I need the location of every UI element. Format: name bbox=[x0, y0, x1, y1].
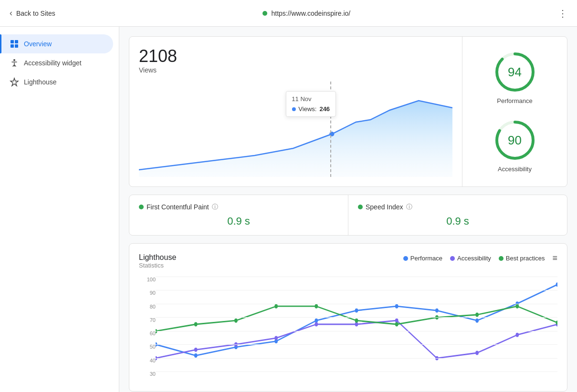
overview-icon bbox=[10, 39, 19, 49]
svg-point-17 bbox=[395, 304, 399, 309]
svg-point-33 bbox=[156, 329, 157, 333]
fcp-info-icon[interactable]: ⓘ bbox=[212, 203, 218, 211]
y-label-30: 30 bbox=[139, 371, 156, 377]
legend-performance-label: Performace bbox=[410, 255, 442, 262]
legend-best-practices-label: Best practices bbox=[506, 255, 545, 262]
svg-point-11 bbox=[156, 342, 157, 347]
sidebar-accessibility-label: Accessibility widget bbox=[24, 59, 82, 67]
sidebar-item-lighthouse[interactable]: Lighthouse bbox=[0, 72, 113, 92]
tooltip-value: 246 bbox=[319, 105, 330, 113]
legend-performance: Performace bbox=[403, 255, 442, 262]
back-label: Back to Sites bbox=[16, 10, 55, 17]
speed-index-dot bbox=[358, 205, 363, 209]
fcp-card: First Contentful Paint ⓘ 0.9 s bbox=[129, 195, 348, 235]
svg-point-36 bbox=[274, 304, 278, 309]
site-url: https://www.codeinspire.io/ bbox=[271, 10, 350, 17]
svg-rect-3 bbox=[15, 44, 18, 48]
legend-accessibility: Accessibility bbox=[450, 255, 491, 262]
svg-point-15 bbox=[315, 319, 318, 323]
accessibility-score: 90 bbox=[508, 133, 522, 147]
back-button[interactable]: ‹ Back to Sites bbox=[10, 8, 55, 18]
svg-point-35 bbox=[234, 319, 238, 323]
svg-point-24 bbox=[234, 342, 238, 347]
svg-point-23 bbox=[194, 348, 198, 352]
svg-point-4 bbox=[13, 59, 15, 61]
svg-point-30 bbox=[475, 351, 479, 355]
lighthouse-header-right: Performace Accessibility Best practices … bbox=[403, 253, 557, 263]
svg-point-28 bbox=[395, 319, 399, 323]
more-menu-button[interactable]: ⋮ bbox=[558, 8, 567, 19]
chart-menu-button[interactable]: ≡ bbox=[552, 253, 557, 263]
chart-inner bbox=[156, 277, 557, 382]
svg-point-19 bbox=[475, 319, 479, 323]
speed-index-value: 0.9 s bbox=[358, 215, 557, 227]
chart-legend: Performace Accessibility Best practices bbox=[403, 255, 545, 262]
active-indicator bbox=[0, 34, 1, 53]
svg-rect-2 bbox=[10, 44, 14, 48]
svg-point-16 bbox=[355, 309, 358, 313]
svg-point-29 bbox=[435, 356, 439, 361]
sidebar-overview-label: Overview bbox=[24, 40, 52, 48]
tooltip-metric: Views: bbox=[298, 105, 316, 113]
accessibility-label: Accessibility bbox=[498, 165, 532, 173]
legend-performance-dot bbox=[403, 256, 408, 261]
lighthouse-card-header: Lighthouse Statistics Performace Accessi… bbox=[139, 253, 557, 269]
views-count: 2108 bbox=[139, 46, 452, 66]
layout: Overview Accessibility widget Lighthouse bbox=[0, 27, 577, 392]
legend-accessibility-label: Accessibility bbox=[457, 255, 491, 262]
sidebar-item-overview[interactable]: Overview bbox=[0, 34, 113, 53]
y-label-70: 70 bbox=[139, 317, 156, 323]
svg-point-26 bbox=[315, 322, 318, 327]
svg-point-12 bbox=[194, 353, 198, 358]
tooltip-dot bbox=[292, 107, 295, 111]
lighthouse-card-subtitle: Statistics bbox=[139, 262, 176, 269]
tooltip-date: 11 Nov bbox=[292, 95, 330, 103]
svg-rect-0 bbox=[10, 40, 14, 43]
lighthouse-card: Lighthouse Statistics Performace Accessi… bbox=[129, 243, 567, 392]
legend-best-practices: Best practices bbox=[499, 255, 545, 262]
views-label: Views bbox=[139, 66, 452, 74]
y-label-40: 40 bbox=[139, 358, 156, 363]
lighthouse-title-block: Lighthouse Statistics bbox=[139, 253, 176, 269]
svg-point-18 bbox=[435, 309, 439, 313]
views-chart-section: 2108 Views 11 Nov Views: 246 bbox=[129, 37, 462, 186]
svg-point-42 bbox=[515, 304, 519, 309]
lighthouse-icon bbox=[10, 77, 19, 87]
fcp-label: First Contentful Paint bbox=[147, 203, 209, 211]
score-metrics: 94 Performance 90 Accessibility bbox=[462, 37, 567, 186]
tooltip-row: Views: 246 bbox=[292, 105, 330, 113]
y-label-60: 60 bbox=[139, 330, 156, 336]
svg-point-37 bbox=[315, 304, 318, 309]
svg-point-40 bbox=[435, 315, 439, 320]
y-label-100: 100 bbox=[139, 277, 156, 282]
lighthouse-card-title: Lighthouse bbox=[139, 253, 176, 262]
svg-point-21 bbox=[556, 282, 557, 287]
y-label-90: 90 bbox=[139, 290, 156, 296]
overview-top-card: 2108 Views 11 Nov Views: 246 bbox=[129, 36, 567, 187]
sidebar: Overview Accessibility widget Lighthouse bbox=[0, 27, 119, 392]
sidebar-item-accessibility-widget[interactable]: Accessibility widget bbox=[0, 53, 113, 72]
fcp-value: 0.9 s bbox=[139, 215, 338, 227]
svg-point-41 bbox=[475, 313, 479, 317]
accessibility-metric: 90 Accessibility bbox=[493, 119, 536, 173]
accessibility-gauge: 90 bbox=[493, 119, 536, 162]
lighthouse-svg bbox=[156, 277, 557, 372]
url-bar: https://www.codeinspire.io/ bbox=[262, 10, 350, 17]
area-chart: 11 Nov Views: 246 bbox=[139, 82, 452, 177]
header: ‹ Back to Sites https://www.codeinspire.… bbox=[0, 0, 577, 27]
fcp-title: First Contentful Paint ⓘ bbox=[139, 203, 338, 211]
accessibility-widget-icon bbox=[10, 58, 19, 68]
status-dot bbox=[262, 11, 267, 16]
svg-point-25 bbox=[274, 336, 278, 340]
svg-rect-1 bbox=[15, 40, 18, 43]
chevron-left-icon: ‹ bbox=[10, 8, 12, 18]
speed-index-info-icon[interactable]: ⓘ bbox=[406, 203, 412, 211]
y-axis: 100 90 80 70 60 50 40 30 bbox=[139, 277, 156, 382]
legend-best-practices-dot bbox=[499, 256, 504, 261]
legend-accessibility-dot bbox=[450, 256, 455, 261]
svg-point-38 bbox=[355, 319, 358, 323]
bottom-metrics-strip: First Contentful Paint ⓘ 0.9 s Speed Ind… bbox=[129, 195, 567, 236]
speed-index-card: Speed Index ⓘ 0.9 s bbox=[348, 195, 567, 235]
svg-point-39 bbox=[395, 322, 399, 327]
lighthouse-line-chart: 100 90 80 70 60 50 40 30 bbox=[139, 277, 557, 382]
